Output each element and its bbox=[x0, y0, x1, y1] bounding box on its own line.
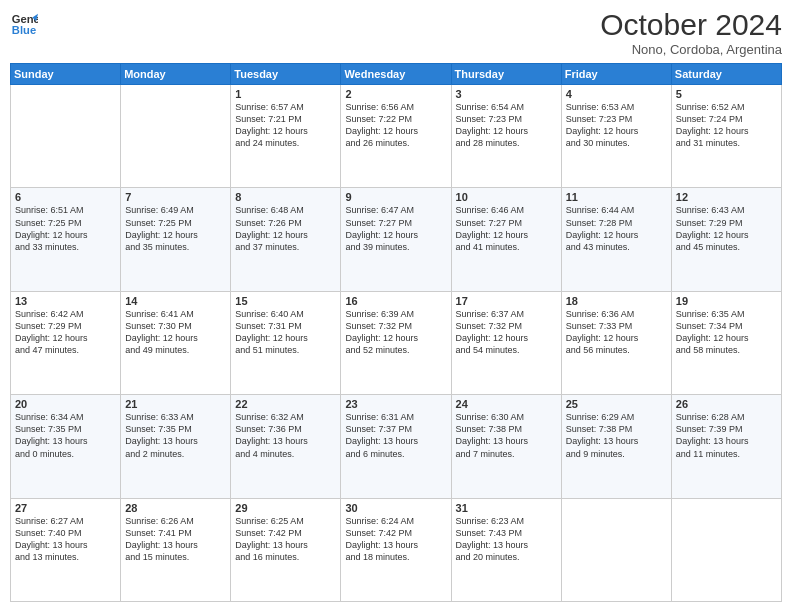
table-row: 13Sunrise: 6:42 AM Sunset: 7:29 PM Dayli… bbox=[11, 291, 121, 394]
table-row: 7Sunrise: 6:49 AM Sunset: 7:25 PM Daylig… bbox=[121, 188, 231, 291]
header-friday: Friday bbox=[561, 64, 671, 85]
table-row: 17Sunrise: 6:37 AM Sunset: 7:32 PM Dayli… bbox=[451, 291, 561, 394]
day-number: 8 bbox=[235, 191, 336, 203]
page: General Blue October 2024 Nono, Cordoba,… bbox=[0, 0, 792, 612]
month-title: October 2024 bbox=[600, 10, 782, 40]
day-number: 4 bbox=[566, 88, 667, 100]
day-content: Sunrise: 6:30 AM Sunset: 7:38 PM Dayligh… bbox=[456, 411, 557, 460]
table-row: 30Sunrise: 6:24 AM Sunset: 7:42 PM Dayli… bbox=[341, 498, 451, 601]
table-row: 4Sunrise: 6:53 AM Sunset: 7:23 PM Daylig… bbox=[561, 85, 671, 188]
day-number: 13 bbox=[15, 295, 116, 307]
table-row: 27Sunrise: 6:27 AM Sunset: 7:40 PM Dayli… bbox=[11, 498, 121, 601]
day-content: Sunrise: 6:43 AM Sunset: 7:29 PM Dayligh… bbox=[676, 204, 777, 253]
day-content: Sunrise: 6:26 AM Sunset: 7:41 PM Dayligh… bbox=[125, 515, 226, 564]
day-content: Sunrise: 6:53 AM Sunset: 7:23 PM Dayligh… bbox=[566, 101, 667, 150]
table-row: 12Sunrise: 6:43 AM Sunset: 7:29 PM Dayli… bbox=[671, 188, 781, 291]
day-content: Sunrise: 6:51 AM Sunset: 7:25 PM Dayligh… bbox=[15, 204, 116, 253]
day-content: Sunrise: 6:39 AM Sunset: 7:32 PM Dayligh… bbox=[345, 308, 446, 357]
day-number: 10 bbox=[456, 191, 557, 203]
day-content: Sunrise: 6:31 AM Sunset: 7:37 PM Dayligh… bbox=[345, 411, 446, 460]
day-number: 22 bbox=[235, 398, 336, 410]
day-content: Sunrise: 6:34 AM Sunset: 7:35 PM Dayligh… bbox=[15, 411, 116, 460]
day-number: 21 bbox=[125, 398, 226, 410]
table-row: 22Sunrise: 6:32 AM Sunset: 7:36 PM Dayli… bbox=[231, 395, 341, 498]
day-number: 25 bbox=[566, 398, 667, 410]
header-wednesday: Wednesday bbox=[341, 64, 451, 85]
day-number: 7 bbox=[125, 191, 226, 203]
day-number: 9 bbox=[345, 191, 446, 203]
table-row: 9Sunrise: 6:47 AM Sunset: 7:27 PM Daylig… bbox=[341, 188, 451, 291]
table-row: 28Sunrise: 6:26 AM Sunset: 7:41 PM Dayli… bbox=[121, 498, 231, 601]
day-content: Sunrise: 6:44 AM Sunset: 7:28 PM Dayligh… bbox=[566, 204, 667, 253]
day-number: 29 bbox=[235, 502, 336, 514]
calendar-header-row: Sunday Monday Tuesday Wednesday Thursday… bbox=[11, 64, 782, 85]
day-number: 1 bbox=[235, 88, 336, 100]
header: General Blue October 2024 Nono, Cordoba,… bbox=[10, 10, 782, 57]
day-number: 3 bbox=[456, 88, 557, 100]
day-number: 16 bbox=[345, 295, 446, 307]
table-row: 19Sunrise: 6:35 AM Sunset: 7:34 PM Dayli… bbox=[671, 291, 781, 394]
day-number: 27 bbox=[15, 502, 116, 514]
logo-icon: General Blue bbox=[10, 10, 38, 38]
day-number: 24 bbox=[456, 398, 557, 410]
day-content: Sunrise: 6:29 AM Sunset: 7:38 PM Dayligh… bbox=[566, 411, 667, 460]
day-number: 6 bbox=[15, 191, 116, 203]
logo: General Blue bbox=[10, 10, 38, 38]
calendar-week-1: 1Sunrise: 6:57 AM Sunset: 7:21 PM Daylig… bbox=[11, 85, 782, 188]
header-monday: Monday bbox=[121, 64, 231, 85]
day-number: 23 bbox=[345, 398, 446, 410]
day-number: 17 bbox=[456, 295, 557, 307]
day-content: Sunrise: 6:54 AM Sunset: 7:23 PM Dayligh… bbox=[456, 101, 557, 150]
table-row: 21Sunrise: 6:33 AM Sunset: 7:35 PM Dayli… bbox=[121, 395, 231, 498]
day-content: Sunrise: 6:33 AM Sunset: 7:35 PM Dayligh… bbox=[125, 411, 226, 460]
day-content: Sunrise: 6:32 AM Sunset: 7:36 PM Dayligh… bbox=[235, 411, 336, 460]
day-content: Sunrise: 6:48 AM Sunset: 7:26 PM Dayligh… bbox=[235, 204, 336, 253]
day-content: Sunrise: 6:37 AM Sunset: 7:32 PM Dayligh… bbox=[456, 308, 557, 357]
title-block: October 2024 Nono, Cordoba, Argentina bbox=[600, 10, 782, 57]
day-number: 18 bbox=[566, 295, 667, 307]
table-row: 24Sunrise: 6:30 AM Sunset: 7:38 PM Dayli… bbox=[451, 395, 561, 498]
table-row: 1Sunrise: 6:57 AM Sunset: 7:21 PM Daylig… bbox=[231, 85, 341, 188]
day-number: 14 bbox=[125, 295, 226, 307]
day-number: 31 bbox=[456, 502, 557, 514]
calendar-week-3: 13Sunrise: 6:42 AM Sunset: 7:29 PM Dayli… bbox=[11, 291, 782, 394]
day-content: Sunrise: 6:24 AM Sunset: 7:42 PM Dayligh… bbox=[345, 515, 446, 564]
header-saturday: Saturday bbox=[671, 64, 781, 85]
day-content: Sunrise: 6:28 AM Sunset: 7:39 PM Dayligh… bbox=[676, 411, 777, 460]
table-row: 15Sunrise: 6:40 AM Sunset: 7:31 PM Dayli… bbox=[231, 291, 341, 394]
day-number: 28 bbox=[125, 502, 226, 514]
table-row bbox=[11, 85, 121, 188]
day-content: Sunrise: 6:36 AM Sunset: 7:33 PM Dayligh… bbox=[566, 308, 667, 357]
calendar-week-5: 27Sunrise: 6:27 AM Sunset: 7:40 PM Dayli… bbox=[11, 498, 782, 601]
table-row bbox=[561, 498, 671, 601]
day-content: Sunrise: 6:42 AM Sunset: 7:29 PM Dayligh… bbox=[15, 308, 116, 357]
table-row bbox=[121, 85, 231, 188]
table-row: 23Sunrise: 6:31 AM Sunset: 7:37 PM Dayli… bbox=[341, 395, 451, 498]
day-content: Sunrise: 6:40 AM Sunset: 7:31 PM Dayligh… bbox=[235, 308, 336, 357]
table-row bbox=[671, 498, 781, 601]
day-number: 15 bbox=[235, 295, 336, 307]
table-row: 29Sunrise: 6:25 AM Sunset: 7:42 PM Dayli… bbox=[231, 498, 341, 601]
table-row: 18Sunrise: 6:36 AM Sunset: 7:33 PM Dayli… bbox=[561, 291, 671, 394]
table-row: 26Sunrise: 6:28 AM Sunset: 7:39 PM Dayli… bbox=[671, 395, 781, 498]
header-sunday: Sunday bbox=[11, 64, 121, 85]
table-row: 14Sunrise: 6:41 AM Sunset: 7:30 PM Dayli… bbox=[121, 291, 231, 394]
day-content: Sunrise: 6:25 AM Sunset: 7:42 PM Dayligh… bbox=[235, 515, 336, 564]
table-row: 5Sunrise: 6:52 AM Sunset: 7:24 PM Daylig… bbox=[671, 85, 781, 188]
table-row: 31Sunrise: 6:23 AM Sunset: 7:43 PM Dayli… bbox=[451, 498, 561, 601]
table-row: 3Sunrise: 6:54 AM Sunset: 7:23 PM Daylig… bbox=[451, 85, 561, 188]
table-row: 25Sunrise: 6:29 AM Sunset: 7:38 PM Dayli… bbox=[561, 395, 671, 498]
svg-text:Blue: Blue bbox=[12, 24, 36, 36]
calendar-week-4: 20Sunrise: 6:34 AM Sunset: 7:35 PM Dayli… bbox=[11, 395, 782, 498]
day-number: 11 bbox=[566, 191, 667, 203]
day-number: 20 bbox=[15, 398, 116, 410]
table-row: 8Sunrise: 6:48 AM Sunset: 7:26 PM Daylig… bbox=[231, 188, 341, 291]
day-content: Sunrise: 6:35 AM Sunset: 7:34 PM Dayligh… bbox=[676, 308, 777, 357]
day-content: Sunrise: 6:49 AM Sunset: 7:25 PM Dayligh… bbox=[125, 204, 226, 253]
table-row: 16Sunrise: 6:39 AM Sunset: 7:32 PM Dayli… bbox=[341, 291, 451, 394]
day-content: Sunrise: 6:56 AM Sunset: 7:22 PM Dayligh… bbox=[345, 101, 446, 150]
day-content: Sunrise: 6:27 AM Sunset: 7:40 PM Dayligh… bbox=[15, 515, 116, 564]
calendar-table: Sunday Monday Tuesday Wednesday Thursday… bbox=[10, 63, 782, 602]
table-row: 20Sunrise: 6:34 AM Sunset: 7:35 PM Dayli… bbox=[11, 395, 121, 498]
day-number: 2 bbox=[345, 88, 446, 100]
